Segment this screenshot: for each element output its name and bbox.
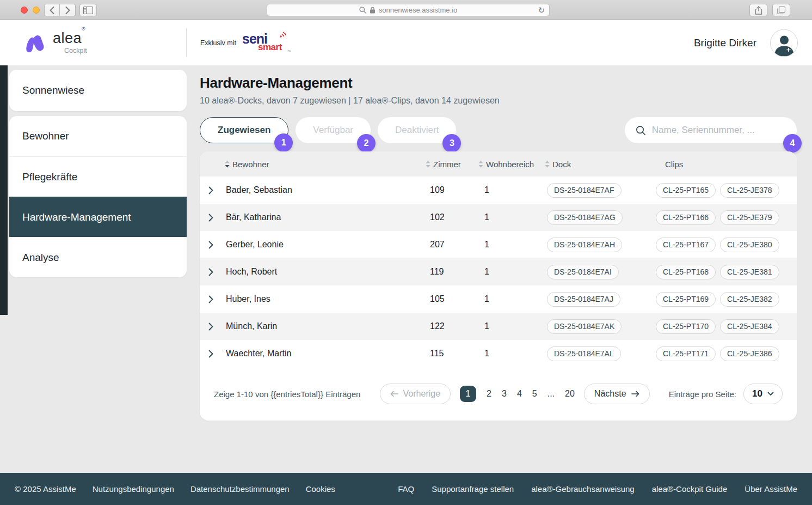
share-button[interactable] [749,4,767,16]
column-header-dock[interactable]: Dock [542,160,650,169]
footer-link-nutzungsbedingungen[interactable]: Nutzungsbedingungen [93,484,174,494]
minimize-window-button[interactable] [33,7,40,14]
page-number-current[interactable]: 1 [460,386,476,402]
tab-deaktiviert[interactable]: Deaktiviert 3 [378,117,456,143]
previous-page-button[interactable]: Vorherige [380,384,451,404]
expand-row-button[interactable] [200,241,222,249]
address-bar[interactable]: sonnenwiese.assistme.io ↻ [267,4,550,16]
browser-forward-button[interactable] [60,4,76,16]
sidebar-item-pflegekraefte[interactable]: Pflegekräfte [9,156,187,197]
arrow-right-icon [631,391,639,397]
previous-label: Vorherige [403,389,441,399]
table-row[interactable]: Waechter, Martin 115 1 DS-25-0184E7AL CL… [200,340,797,367]
search-icon [636,125,646,136]
sidebar-item-analyse[interactable]: Analyse [9,237,187,277]
clip-serial-badge: CL-25-JE386 [720,346,779,361]
sidebar-item-bewohner[interactable]: Bewohner [9,116,187,156]
app-header: alea® Cockpit Exklusiv mit seni smart ™ … [0,20,812,65]
sidebar-toggle-button[interactable] [79,4,97,16]
chevron-right-icon [208,241,213,249]
reload-icon[interactable]: ↻ [538,5,545,15]
living-area: 1 [476,294,542,304]
expand-row-button[interactable] [200,268,222,276]
page-number[interactable]: 2 [487,389,491,399]
chevron-right-icon [208,295,213,303]
copyright: © 2025 AssistMe [15,484,76,494]
next-page-button[interactable]: Nächste [584,384,650,404]
page-number[interactable]: 20 [565,389,575,399]
tab-zugewiesen[interactable]: Zugewiesen 1 [200,117,288,143]
footer-link-datenschutz[interactable]: Datenschutzbestimmungen [190,484,290,494]
alea-logo[interactable]: alea® Cockpit [22,31,87,55]
footer-right: FAQ Supportanfrage stellen alea®-Gebrauc… [380,484,797,494]
table-row[interactable]: Bader, Sebastian 109 1 DS-25-0184E7AF CL… [200,177,797,204]
column-label: Clips [665,160,683,169]
footer-link-cookies[interactable]: Cookies [306,484,335,494]
person-plus-icon [772,33,796,56]
expand-row-button[interactable] [200,295,222,303]
page-number[interactable]: 5 [532,389,537,399]
smart-wordmark: smart [258,42,282,52]
tab-verfuegbar[interactable]: Verfügbar 2 [296,117,371,143]
registered-mark: ® [82,26,85,32]
chevron-right-icon [208,323,213,331]
show-tabs-button[interactable] [772,4,790,16]
search-icon [359,7,366,14]
table-row[interactable]: Hoch, Robert 119 1 DS-25-0184E7AI CL-25-… [200,258,797,285]
table-row[interactable]: Bär, Katharina 102 1 DS-25-0184E7AG CL-2… [200,204,797,231]
sidebar-item-label: Analyse [22,252,59,264]
table-row[interactable]: Gerber, Leonie 207 1 DS-25-0184E7AH CL-2… [200,231,797,258]
per-page-label: Einträge pro Seite: [669,390,736,399]
expand-row-button[interactable] [200,214,222,222]
sidebar-item-sonnenwiese[interactable]: Sonnenwiese [9,70,187,111]
url-text: sonnenwiese.assistme.io [379,6,458,14]
table-row[interactable]: Huber, Ines 105 1 DS-25-0184E7AJ CL-25-P… [200,285,797,313]
next-label: Nächste [594,389,626,399]
brand-sub: Cockpit [64,47,87,54]
resident-name: Bär, Katharina [222,212,422,222]
per-page-select[interactable]: 10 [743,384,783,404]
footer-link-ueber-assistme[interactable]: Über AssistMe [745,484,797,494]
footer-link-faq[interactable]: FAQ [398,484,414,494]
expand-row-button[interactable] [200,350,222,358]
share-icon [755,6,762,15]
table-row[interactable]: Münch, Karin 122 1 DS-25-0184E7AK CL-25-… [200,313,797,340]
clip-serial-badge: CL-25-PT168 [656,265,716,279]
chevron-right-icon [208,186,213,194]
room-number: 105 [422,294,476,304]
column-header-zimmer[interactable]: Zimmer [422,160,476,169]
footer-link-cockpit-guide[interactable]: alea®-Cockpit Guide [652,484,728,494]
expand-row-button[interactable] [200,186,222,194]
dock-serial-badge: DS-25-0184E7AK [547,319,622,334]
browser-back-button[interactable] [44,4,60,16]
close-window-button[interactable] [21,7,28,14]
footer-link-support[interactable]: Supportanfrage stellen [432,484,514,494]
user-avatar[interactable] [770,29,798,57]
chevron-left-icon [50,7,54,14]
page-number[interactable]: 3 [502,389,507,399]
column-header-bewohner[interactable]: Bewohner [222,160,422,169]
chevron-right-icon [208,268,213,276]
chevron-right-icon [65,7,70,14]
sort-icon [545,161,550,168]
tabs-overview-icon [777,7,785,14]
sort-icon [426,161,430,168]
app-body: Sonnenwiese Bewohner Pflegekräfte Hardwa… [0,65,812,473]
column-label: Wohnbereich [486,160,534,169]
sidebar-panel-icon [83,7,93,14]
user-name: Brigitte Dirker [694,37,756,49]
column-header-wohnbereich[interactable]: Wohnbereich [476,160,542,169]
partner-prefix: Exklusiv mit [200,39,236,47]
search-input[interactable] [652,125,786,136]
sidebar-item-hardware-management[interactable]: Hardware-Management [9,197,187,237]
annotation-badge-2: 2 [357,134,376,153]
expand-row-button[interactable] [200,323,222,331]
hardware-table-card: Bewohner Zimmer Wohnbereich Dock Clips [200,151,797,421]
dock-serial-badge: DS-25-0184E7AI [547,265,619,279]
clip-serial-badge: CL-25-JE384 [720,319,779,334]
footer-link-gebrauchsanweisung[interactable]: alea®-Gebrauchsanweisung [531,484,635,494]
chevron-down-icon [767,392,774,396]
user-block: Brigitte Dirker [694,29,798,57]
clip-serial-badge: CL-25-PT171 [656,346,716,361]
page-number[interactable]: 4 [517,389,522,399]
